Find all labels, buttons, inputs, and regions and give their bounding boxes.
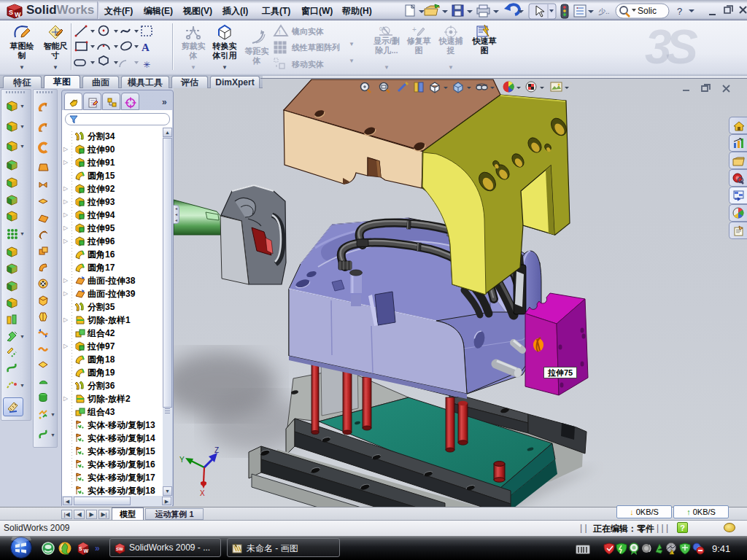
svg-text:+: + xyxy=(412,26,417,34)
svg-text:A: A xyxy=(142,42,150,53)
svg-text:✳: ✳ xyxy=(143,60,150,70)
svg-text:W: W xyxy=(15,11,21,18)
svg-text:»: » xyxy=(95,543,100,553)
svg-text:Z: Z xyxy=(214,446,219,454)
svg-text:少..: 少.. xyxy=(598,7,610,15)
svg-text:S: S xyxy=(79,546,82,551)
svg-text:SW: SW xyxy=(116,547,123,551)
svg-text:W: W xyxy=(84,548,89,553)
svg-text:Solic: Solic xyxy=(638,6,657,16)
svg-text:04: 04 xyxy=(379,26,385,31)
svg-text:S: S xyxy=(9,9,13,16)
svg-text:!: ! xyxy=(670,551,671,555)
svg-text:X: X xyxy=(200,489,205,497)
svg-text:Y: Y xyxy=(179,456,185,464)
svg-text:?: ? xyxy=(677,6,682,17)
svg-text:!: ! xyxy=(279,28,281,36)
